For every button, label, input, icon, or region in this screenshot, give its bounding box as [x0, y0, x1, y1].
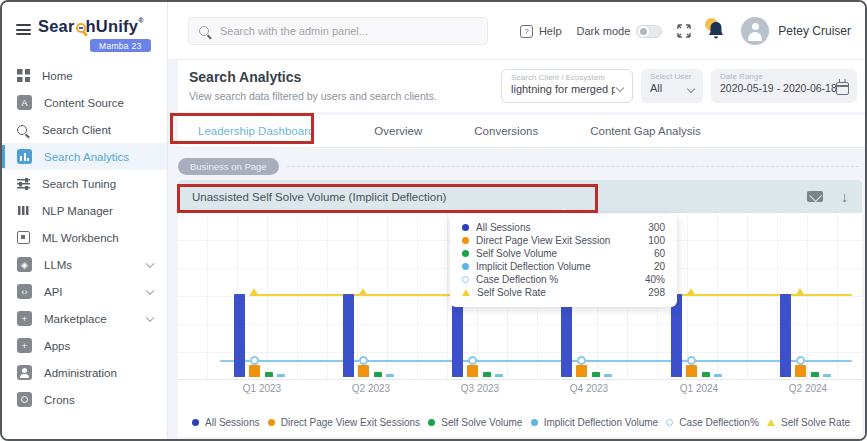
x-axis-label: Q1 2023 — [243, 383, 281, 394]
triangle-marker-icon — [767, 419, 775, 426]
x-axis-label: Q2 2024 — [789, 383, 827, 394]
page-subtitle: View search data filtered by users and s… — [189, 90, 437, 102]
tooltip-rows: All Sessions300Direct Page View Exit Ses… — [462, 221, 665, 299]
sidebar-item-search-tuning[interactable]: Search Tuning — [2, 170, 167, 197]
triangle-marker-icon — [462, 289, 470, 296]
chart-panel-title: Unassisted Self Solve Volume (Implicit D… — [192, 191, 446, 203]
content-source-icon: A — [17, 95, 32, 110]
notifications-button[interactable] — [706, 20, 726, 42]
legend-label: Self Solve Volume — [441, 417, 522, 428]
legend-label: Direct Page View Exit Sessions — [281, 417, 420, 428]
fullscreen-button[interactable] — [677, 24, 691, 38]
sidebar-item-search-client[interactable]: Search Client — [2, 116, 167, 143]
tooltip-value: 100 — [648, 235, 665, 246]
tooltip-row: All Sessions300 — [462, 221, 665, 234]
user-menu[interactable]: Petey Cruiser — [741, 17, 851, 45]
sidebar-item-administration[interactable]: Administration — [2, 359, 167, 386]
user-name: Petey Cruiser — [778, 24, 851, 38]
tab-content-gap-analysis[interactable]: Content Gap Analysis — [564, 125, 727, 137]
topbar-actions: ? Help Dark mode — [520, 2, 851, 60]
bar-direct-page-view-exit-sessions — [686, 365, 697, 377]
date-range-picker[interactable]: Date Range 2020-05-19 - 2020-06-18 — [711, 69, 857, 103]
avatar — [741, 17, 769, 45]
sidebar-item-llms[interactable]: ◈ LLMs — [2, 251, 167, 278]
business-on-page-pill[interactable]: Business on Page — [178, 158, 279, 175]
page-header: Search Analytics View search data filter… — [178, 60, 865, 112]
divider-dashed-line — [287, 166, 859, 167]
chevron-down-icon — [616, 84, 624, 92]
bell-icon — [706, 20, 726, 42]
tooltip-row: Direct Page View Exit Session100 — [462, 234, 665, 247]
bar-all-sessions — [780, 294, 791, 377]
hamburger-menu-icon[interactable] — [16, 24, 31, 35]
tooltip-value: 60 — [654, 248, 665, 259]
download-icon[interactable]: ↓ — [841, 190, 848, 204]
email-icon[interactable] — [807, 191, 823, 202]
bar-implicit-deflection-volume — [277, 374, 285, 377]
tab-overview[interactable]: Overview — [348, 125, 448, 137]
legend-item[interactable]: Case Deflection% — [666, 417, 758, 428]
tooltip-label: Self Solve Volume — [476, 248, 557, 259]
bar-implicit-deflection-volume — [386, 374, 394, 377]
tooltip-row: Self Solve Rate298 — [462, 286, 665, 299]
chart-tooltip: All Sessions300Direct Page View Exit Ses… — [450, 214, 677, 307]
tooltip-label: Direct Page View Exit Session — [476, 235, 610, 246]
circle-marker-icon — [462, 276, 469, 283]
bar-self-solve-volume — [483, 372, 491, 377]
nlp-manager-icon — [17, 204, 30, 217]
sidebar-item-crons[interactable]: Crons — [2, 386, 167, 413]
legend-item[interactable]: Implicit Deflection Volume — [531, 417, 659, 428]
sidebar-item-nlp-manager[interactable]: NLP Manager — [2, 197, 167, 224]
case-deflection-point — [796, 356, 805, 365]
chart-legend: All SessionsDirect Page View Exit Sessio… — [192, 417, 850, 428]
topbar: ? Help Dark mode — [168, 2, 865, 60]
admin-search — [188, 17, 488, 45]
apps-plus-icon: + — [17, 338, 32, 353]
tooltip-row: Implicit Deflection Volume20 — [462, 260, 665, 273]
help-icon: ? — [520, 25, 533, 38]
self-solve-rate-point — [795, 288, 805, 296]
chevron-down-icon — [146, 259, 154, 267]
chart-panel-header: Unassisted Self Solve Volume (Implicit D… — [178, 180, 862, 213]
legend-item[interactable]: Self Solve Rate — [767, 417, 850, 428]
legend-item[interactable]: Direct Page View Exit Sessions — [268, 417, 420, 428]
sidebar-item-home[interactable]: Home — [2, 62, 167, 89]
legend-label: Implicit Deflection Volume — [544, 417, 659, 428]
bar-direct-page-view-exit-sessions — [576, 365, 587, 377]
bar-direct-page-view-exit-sessions — [249, 365, 260, 377]
select-user-select[interactable]: Select User All — [641, 69, 703, 103]
sidebar-item-api[interactable]: ‹› API — [2, 278, 167, 305]
bar-self-solve-volume — [702, 372, 710, 377]
legend-item[interactable]: Self Solve Volume — [428, 417, 522, 428]
tab-conversions[interactable]: Conversions — [448, 125, 564, 137]
sidebar-item-marketplace[interactable]: + Marketplace — [2, 305, 167, 332]
sidebar-item-search-analytics[interactable]: Search Analytics — [2, 143, 167, 170]
tab-leadership-dashboard[interactable]: Leadership Dashboard — [178, 125, 348, 137]
tooltip-value: 298 — [648, 287, 665, 298]
sidebar-item-content-source[interactable]: A Content Source — [2, 89, 167, 116]
x-axis-labels: Q1 2023Q2 2023Q3 2023Q4 2023Q1 2024Q2 20… — [178, 383, 862, 397]
dark-mode-toggle[interactable] — [636, 25, 662, 38]
sidebar-item-apps[interactable]: + Apps — [2, 332, 167, 359]
business-on-page-row: Business on Page — [178, 153, 859, 179]
bar-all-sessions — [234, 294, 245, 377]
legend-label: Self Solve Rate — [781, 417, 850, 428]
search-client-magnifier-icon — [17, 125, 27, 135]
sidebar-item-ml-workbench[interactable]: ML Workbench — [2, 224, 167, 251]
search-input[interactable] — [220, 25, 477, 37]
bar-direct-page-view-exit-sessions — [358, 365, 369, 377]
tooltip-row: Self Solve Volume60 — [462, 247, 665, 260]
filters: Search Client / Ecosystem lightning for … — [501, 69, 857, 103]
x-axis-label: Q2 2023 — [352, 383, 390, 394]
case-deflection-point — [577, 356, 586, 365]
dot-marker-icon — [268, 419, 275, 426]
search-client-ecosystem-select[interactable]: Search Client / Ecosystem lightning for … — [501, 69, 633, 103]
home-grid-icon — [17, 69, 30, 82]
help-button[interactable]: ? Help — [520, 25, 562, 38]
legend-item[interactable]: All Sessions — [192, 417, 259, 428]
calendar-icon — [836, 82, 849, 95]
bar-implicit-deflection-volume — [714, 374, 722, 377]
bar-self-solve-volume — [811, 372, 819, 377]
sliders-icon — [17, 177, 30, 190]
app-logo[interactable]: SearhUnify® — [38, 17, 143, 36]
